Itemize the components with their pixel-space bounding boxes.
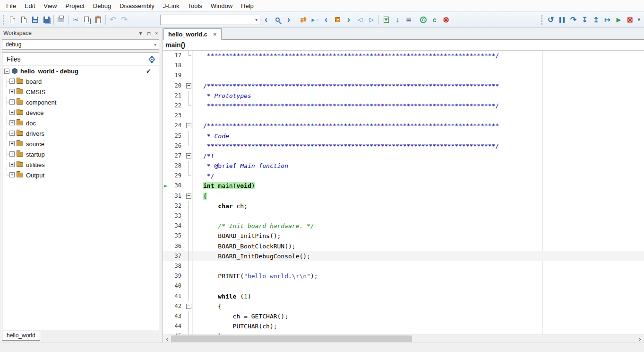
scrollbar-thumb[interactable] [171, 335, 412, 342]
expand-icon[interactable]: + [9, 79, 15, 84]
download-and-debug-icon[interactable] [380, 14, 392, 26]
save-icon[interactable] [29, 14, 41, 26]
menu-item-edit[interactable]: Edit [20, 0, 39, 11]
navigate-back-icon[interactable]: ◁ [354, 14, 366, 26]
navigate-forward-icon[interactable]: ▷ [366, 14, 377, 26]
menu-item-window[interactable]: Window [206, 0, 237, 11]
tree-item-cmsis[interactable]: +CMSIS [2, 87, 159, 97]
scroll-left-icon[interactable]: ‹ [163, 335, 171, 343]
fold-collapse-icon[interactable]: − [186, 304, 191, 309]
stop-build-icon[interactable]: ⊗ [440, 14, 452, 26]
toolbar-grip[interactable] [3, 15, 4, 25]
menu-item-jlink[interactable]: J-Link [159, 0, 184, 11]
code-line: 34 /* Init board hardware. */ [163, 221, 644, 231]
quick-search-combo[interactable]: ▾ [160, 15, 260, 25]
menu-item-tools[interactable]: Tools [183, 0, 206, 11]
redo-icon[interactable]: ↷ [119, 14, 130, 26]
go-icon[interactable]: ▶ [613, 14, 624, 26]
toolbar-grip-debug[interactable] [541, 15, 542, 25]
save-all-icon[interactable] [41, 14, 52, 26]
scrollbar-track[interactable] [171, 335, 636, 343]
cstat-analyze-icon[interactable]: C [418, 14, 429, 26]
fold-collapse-icon[interactable]: − [186, 123, 191, 128]
tree-item-doc[interactable]: +doc [2, 118, 159, 128]
workspace-tab-hello-world[interactable]: hello_world [2, 331, 40, 341]
expand-icon[interactable]: + [9, 99, 15, 105]
quick-run-icon[interactable]: ►≡ [309, 14, 320, 26]
print-icon[interactable] [55, 14, 67, 26]
code-line: 45 } [163, 331, 644, 334]
menu-item-view[interactable]: View [39, 0, 61, 11]
undo-icon[interactable]: ↶ [107, 14, 119, 26]
new-document-icon[interactable] [7, 14, 18, 26]
find-previous-icon[interactable]: ‹ [260, 14, 272, 26]
tree-item-component[interactable]: +component [2, 97, 159, 107]
reset-icon[interactable]: ↺ [545, 14, 556, 26]
horizontal-scrollbar[interactable]: ‹ › [163, 334, 644, 343]
break-icon[interactable] [556, 14, 567, 26]
function-selector[interactable]: main() [163, 40, 644, 51]
download-icon[interactable]: ↓ [392, 14, 403, 26]
previous-bookmark-icon[interactable]: ‹ [320, 14, 332, 26]
disassembly-icon[interactable]: ≣ [403, 14, 414, 26]
next-bookmark-icon[interactable]: › [343, 14, 354, 26]
code-line: 21 * Prototypes [163, 91, 644, 101]
step-into-icon[interactable]: ↧ [579, 14, 590, 26]
toolbar-mid-groups: ‹›⇄►≡‹›◁▷↓≣Cc⊗ [260, 14, 452, 26]
panel-menu-icon[interactable]: ▼ [138, 31, 143, 36]
quick-search-input[interactable] [161, 16, 253, 24]
search-icon[interactable] [272, 14, 283, 26]
copy-icon[interactable] [81, 14, 93, 26]
editor-tab-hello-world-c[interactable]: hello_world.c × [163, 28, 222, 40]
gear-icon[interactable] [149, 57, 155, 62]
code-line: 29 */ [163, 171, 644, 181]
tree-item-drivers[interactable]: +drivers [2, 128, 159, 139]
tree-item-source[interactable]: +source [2, 139, 159, 149]
step-over-icon[interactable]: ↷ [567, 14, 579, 26]
paste-icon[interactable] [93, 14, 104, 26]
cut-icon[interactable]: ✂ [70, 14, 81, 26]
compile-icon[interactable]: c [429, 14, 440, 26]
fold-collapse-icon[interactable]: − [186, 194, 191, 199]
stop-debugging-icon[interactable]: ⊠ [624, 14, 635, 26]
config-selector[interactable]: debug ▾ [2, 39, 159, 50]
expand-icon[interactable]: + [9, 110, 15, 115]
combo-caret-icon[interactable]: ▾ [253, 17, 260, 22]
main-area: Workspace ▼⊓× debug ▾ Files −hello_world… [0, 28, 644, 343]
tree-item-board[interactable]: +board [2, 76, 159, 87]
next-statement-icon[interactable]: ↦ [601, 14, 613, 26]
scroll-right-icon[interactable]: › [636, 335, 644, 343]
fold-collapse-icon[interactable]: − [186, 153, 191, 158]
code-area[interactable]: 17 *************************************… [163, 51, 644, 334]
code-line: 24−/************************************… [163, 121, 644, 131]
code-line: 27−/*! [163, 151, 644, 161]
menu-item-file[interactable]: File [2, 0, 20, 11]
navigate-swap-icon[interactable]: ⇄ [298, 14, 309, 26]
toggle-breakpoint-icon[interactable] [332, 14, 343, 26]
menu-item-project[interactable]: Project [61, 0, 88, 11]
tree-item-device[interactable]: +device [2, 107, 159, 118]
menu-item-disassembly[interactable]: Disassembly [115, 0, 159, 11]
collapse-icon[interactable]: − [4, 69, 9, 74]
tree-item-utilities[interactable]: +utilities [2, 159, 159, 170]
menu-item-help[interactable]: Help [237, 0, 258, 11]
expand-icon[interactable]: + [9, 120, 15, 125]
pin-icon[interactable]: ⊓ [147, 31, 151, 36]
step-out-icon[interactable]: ↥ [590, 14, 601, 26]
menu-item-debug[interactable]: Debug [89, 0, 115, 11]
tree-item-startup[interactable]: +startup [2, 149, 159, 159]
fold-collapse-icon[interactable]: − [186, 83, 191, 88]
close-tab-icon[interactable]: × [213, 31, 217, 38]
expand-icon[interactable]: + [9, 172, 15, 177]
expand-icon[interactable]: + [9, 151, 15, 157]
tree-root-row[interactable]: −hello_world - debug✓ [2, 66, 159, 76]
close-panel-icon[interactable]: × [155, 31, 158, 36]
expand-icon[interactable]: + [9, 131, 15, 136]
expand-icon[interactable]: + [9, 162, 15, 167]
tree-item-output[interactable]: +Output [2, 170, 159, 180]
open-document-icon[interactable] [18, 14, 29, 26]
expand-icon[interactable]: + [9, 141, 15, 146]
expand-icon[interactable]: + [9, 89, 15, 94]
find-next-icon[interactable]: › [283, 14, 294, 26]
toolbar-overflow-icon[interactable]: ▾ [637, 17, 640, 23]
